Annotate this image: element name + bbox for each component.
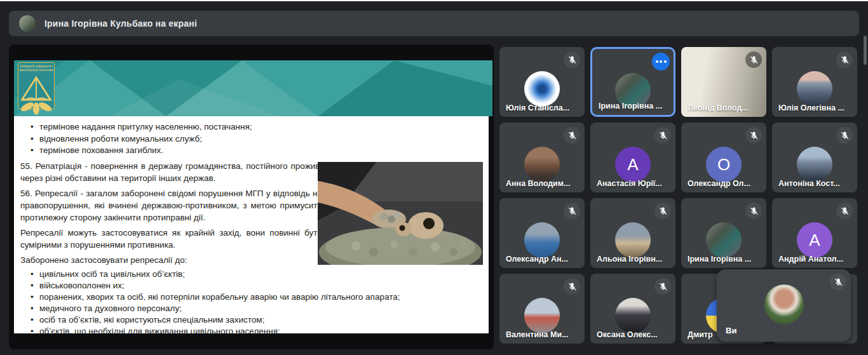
mic-off-icon xyxy=(564,278,580,295)
avatar xyxy=(615,298,651,333)
avatar xyxy=(706,222,742,258)
mic-off-icon xyxy=(654,278,671,295)
letter-avatar: А xyxy=(797,222,832,258)
participant-name: Юлія Станісла... xyxy=(506,104,569,112)
mic-off-icon xyxy=(745,51,762,68)
self-view-tile[interactable]: Ви xyxy=(717,269,851,342)
participant-tile[interactable]: О Олександр Ол... xyxy=(681,123,766,192)
bullet-list-top: термінове надання притулку населенню, по… xyxy=(20,121,482,157)
participant-tile[interactable]: Оксана Олекс... xyxy=(590,274,675,344)
participant-name: Олександр Ол... xyxy=(688,179,750,188)
window-edge xyxy=(0,0,868,1)
bullet-list-bottom: цивільних осіб та цивільних об’єктів; ві… xyxy=(20,269,482,334)
participant-tile[interactable]: Альона Ігорівн... xyxy=(590,198,675,268)
avatar xyxy=(524,71,560,107)
university-logo-line2: імені Бориса Грінченка xyxy=(18,68,54,72)
participant-name: Ірина Ігорівна ... xyxy=(599,102,662,111)
bullet-item: медичного та духовного персоналу; xyxy=(20,303,482,314)
bullet-item: осіб та об’єктів, які користуються спеці… xyxy=(20,314,482,326)
slide-header: Київський університет імені Бориса Грінч… xyxy=(14,60,492,116)
participant-tile[interactable]: Ірина Ігорівна ... xyxy=(681,198,766,268)
mic-off-icon xyxy=(654,203,671,219)
meet-window: Ірина Ігорівна Кульбако на екрані Київсь… xyxy=(0,0,868,355)
avatar xyxy=(524,147,560,182)
participant-name: Валентина Ми... xyxy=(506,330,569,339)
mic-off-icon xyxy=(564,51,580,68)
mic-off-icon xyxy=(830,274,846,290)
letter-avatar: А xyxy=(615,147,651,182)
participant-name: Альона Ігорівн... xyxy=(597,255,662,264)
mic-off-icon xyxy=(564,127,580,144)
participant-tile[interactable]: Олександр Ан... xyxy=(499,198,585,268)
mic-off-icon xyxy=(654,127,671,144)
participant-name: Анастасія Юрії... xyxy=(597,179,662,188)
participant-tile-video[interactable]: Леонід Волод... xyxy=(681,47,766,117)
coins-photo xyxy=(318,162,483,265)
bullet-item: поранених, хворих та осіб, які потерпіли… xyxy=(20,291,482,303)
bullet-item: термінове надання притулку населенню, по… xyxy=(20,121,482,133)
presenting-banner: Ірина Ігорівна Кульбако на екрані xyxy=(9,11,859,36)
participant-tile[interactable]: Антоніна Кост... xyxy=(772,123,857,192)
participant-tile[interactable]: А Анастасія Юрії... xyxy=(590,123,675,192)
participant-name: Ірина Ігорівна ... xyxy=(688,255,751,264)
mic-off-icon xyxy=(836,127,853,144)
screen-share-tile[interactable]: Київський університет імені Бориса Грінч… xyxy=(9,44,494,349)
participant-name: Олександр Ан... xyxy=(506,255,568,264)
bullet-item: термінове поховання загиблих. xyxy=(20,145,482,157)
avatar xyxy=(797,71,832,107)
avatar xyxy=(524,222,560,258)
more-options-icon[interactable] xyxy=(652,53,670,70)
avatar xyxy=(615,222,651,258)
mic-off-icon xyxy=(564,203,580,219)
participant-tile[interactable]: Анна Володим... xyxy=(499,123,585,192)
letter-avatar: О xyxy=(706,147,742,182)
bullet-item: відновлення роботи комунальних служб; xyxy=(20,133,482,145)
participant-tile[interactable]: Юлія Олегівна ... xyxy=(772,47,857,117)
mic-off-icon xyxy=(745,203,762,219)
participant-name: Леонід Волод... xyxy=(688,104,749,112)
self-label: Ви xyxy=(726,326,736,335)
bullet-item: об’єктів, що необхідні для виживання цив… xyxy=(20,326,482,334)
presenting-banner-title: Ірина Ігорівна Кульбако на екрані xyxy=(44,18,197,29)
participant-name: Оксана Олекс... xyxy=(597,330,658,339)
participant-name: Антоніна Кост... xyxy=(778,179,840,188)
presenter-avatar xyxy=(19,15,36,32)
mic-off-icon xyxy=(836,203,853,219)
bullet-item: цивільних осіб та цивільних об’єктів; xyxy=(20,269,482,280)
bullet-item: військовополонен их; xyxy=(20,280,482,291)
mic-off-icon xyxy=(836,51,853,68)
participant-tile-presenter[interactable]: Ірина Ігорівна ... xyxy=(590,47,675,117)
avatar xyxy=(797,147,832,182)
grid-scrollbar[interactable] xyxy=(864,36,867,65)
participant-name: Андрій Анатол... xyxy=(778,255,843,264)
self-avatar xyxy=(764,285,804,324)
university-logo: Київський університет імені Бориса Грінч… xyxy=(18,62,55,109)
mic-off-icon xyxy=(745,127,762,144)
participant-tile[interactable]: Юлія Станісла... xyxy=(499,47,585,117)
document-page: термінове надання притулку населенню, по… xyxy=(14,116,489,333)
participant-name: Дмитр xyxy=(688,330,713,339)
participant-name: Анна Володим... xyxy=(506,179,570,188)
teal-geometric-banner xyxy=(14,60,492,116)
avatar xyxy=(524,298,560,333)
participant-name: Юлія Олегівна ... xyxy=(778,104,844,112)
university-emblem-icon xyxy=(18,73,54,117)
participant-tile[interactable]: А Андрій Анатол... xyxy=(772,198,857,268)
participant-tile[interactable]: Валентина Ми... xyxy=(499,274,585,344)
